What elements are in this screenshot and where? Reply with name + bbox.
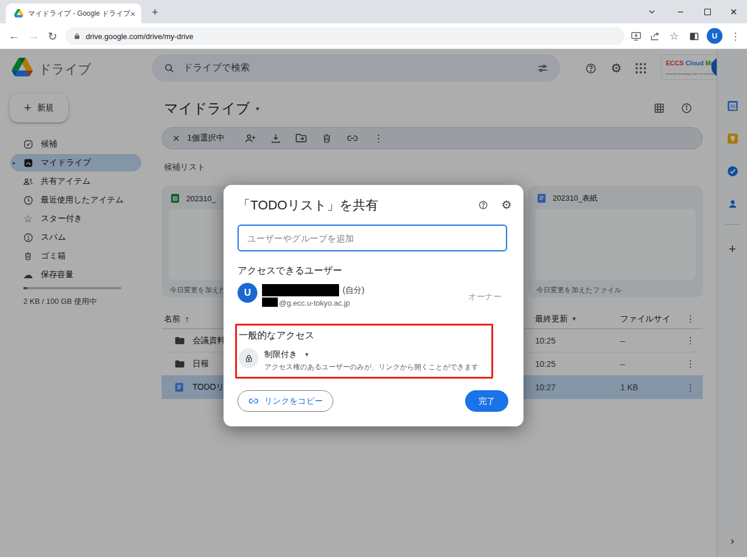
window-close-button[interactable]: × xyxy=(724,0,743,23)
owner-avatar: U xyxy=(238,283,257,303)
new-tab-button[interactable]: + xyxy=(152,6,158,19)
address-bar[interactable]: drive.google.com/drive/my-drive xyxy=(65,27,624,45)
window-maximize-button[interactable] xyxy=(697,0,717,23)
people-with-access-label: アクセスできるユーザー xyxy=(238,265,342,277)
site-lock-icon xyxy=(74,32,81,40)
annotation-red-box xyxy=(235,324,493,379)
share-settings-gear-icon[interactable]: ⚙ xyxy=(501,200,512,210)
share-dialog-title: 「TODOリスト」を共有 xyxy=(238,197,378,214)
copy-link-button[interactable]: リンクをコピー xyxy=(238,390,333,412)
drive-favicon xyxy=(14,9,23,18)
browser-titlebar: マイドライブ - Google ドライブ × + – × xyxy=(0,0,747,23)
reload-button[interactable]: ↻ xyxy=(43,23,62,49)
forward-button: → xyxy=(25,23,43,49)
tab-close-icon[interactable]: × xyxy=(130,9,135,19)
share-icon[interactable] xyxy=(646,23,665,49)
bookmark-star-icon[interactable]: ☆ xyxy=(665,23,683,49)
share-help-icon[interactable] xyxy=(478,200,488,210)
redacted-email-prefix xyxy=(262,298,278,307)
done-button[interactable]: 完了 xyxy=(465,390,508,412)
back-button[interactable]: ← xyxy=(5,23,23,49)
side-panel-icon[interactable] xyxy=(685,23,703,49)
link-icon xyxy=(248,396,259,407)
tab-search-icon[interactable] xyxy=(642,0,662,23)
owner-self-label: (自分) xyxy=(343,285,364,296)
owner-email: @g.ecc.u-tokyo.ac.jp xyxy=(279,299,350,307)
browser-tab[interactable]: マイドライブ - Google ドライブ × xyxy=(6,4,141,23)
browser-menu-icon[interactable]: ⋮ xyxy=(726,23,745,49)
save-page-icon[interactable] xyxy=(627,23,645,49)
browser-profile-avatar[interactable]: U xyxy=(707,28,722,44)
owner-role: オーナー xyxy=(468,292,501,302)
window-minimize-button[interactable]: – xyxy=(671,0,690,23)
add-people-input[interactable] xyxy=(238,225,507,251)
share-dialog: 「TODOリスト」を共有 ⚙ アクセスできるユーザー U (自分) @g.ecc… xyxy=(224,185,523,426)
browser-toolbar: ← → ↻ drive.google.com/drive/my-drive ☆ … xyxy=(0,23,747,49)
url-text: drive.google.com/drive/my-drive xyxy=(86,32,193,41)
tab-title: マイドライブ - Google ドライブ xyxy=(28,9,130,19)
redacted-owner-name xyxy=(262,284,339,296)
